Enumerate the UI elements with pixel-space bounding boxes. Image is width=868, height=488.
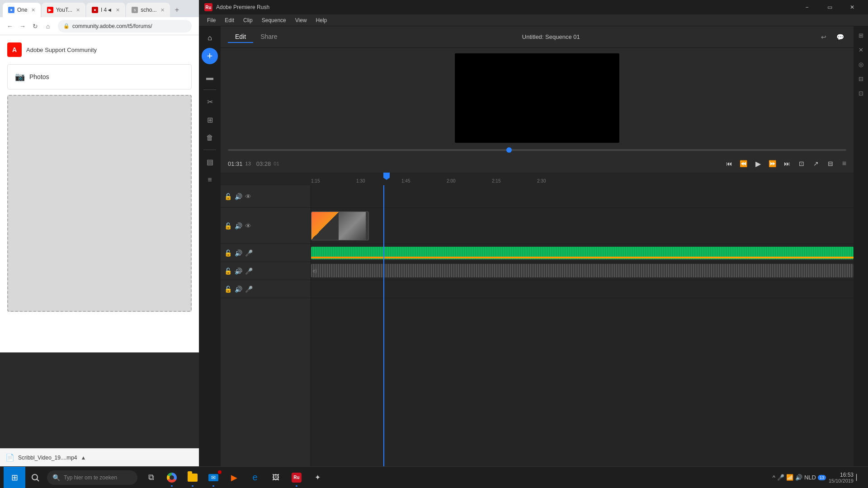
transport-menu-button[interactable]: ≡: [842, 160, 846, 168]
audio-icon-1[interactable]: 🔊: [235, 193, 242, 200]
tray-microphone[interactable]: 🎤: [777, 474, 784, 481]
address-bar[interactable]: 🔒 community.adobe.com/t5/forums/: [58, 20, 192, 33]
audio-icon-5[interactable]: 🔊: [235, 286, 242, 293]
eye-icon-1[interactable]: 👁: [245, 193, 251, 200]
browser-tab-4[interactable]: s scho... ✕: [126, 3, 170, 17]
video-preview: [455, 53, 619, 143]
browser-tab-3[interactable]: ● I 4◄ ✕: [86, 3, 125, 17]
taskbar-taskview[interactable]: ⧉: [141, 468, 161, 488]
right-icon-1[interactable]: ⊞: [855, 30, 866, 41]
mic-icon-2[interactable]: 🎤: [245, 267, 253, 275]
notification-badge[interactable]: 13: [818, 475, 826, 480]
lock-icon-2[interactable]: 🔓: [224, 222, 232, 230]
left-sidebar: ⌂ + ▬ ✂ ⊞ 🗑 ▤ ≡: [199, 26, 221, 488]
sidebar-cut-icon[interactable]: ✂: [202, 94, 218, 110]
export-button[interactable]: ↗: [810, 157, 822, 170]
sidebar-stack-icon[interactable]: ⊞: [202, 112, 218, 128]
ruler-mark-5: 2:30: [537, 178, 582, 185]
photos-icon: 📷: [15, 72, 25, 82]
browser-tab-2[interactable]: ▶ YouT... ✕: [42, 3, 85, 17]
lock-icon-3[interactable]: 🔓: [224, 249, 232, 257]
scrubber-bar[interactable]: [228, 145, 846, 155]
mic-icon-1[interactable]: 🎤: [245, 249, 253, 257]
mic-icon-3[interactable]: 🎤: [245, 286, 253, 293]
scrubber-track[interactable]: [228, 149, 846, 151]
app-window: Ru Adobe Premiere Rush − ▭ ✕ File Edit C…: [199, 0, 868, 488]
taskbar-chrome[interactable]: [162, 468, 182, 488]
video-clip[interactable]: [311, 211, 369, 240]
taskbar-file-explorer[interactable]: [183, 468, 203, 488]
audio-icon-2[interactable]: 🔊: [235, 222, 242, 230]
tray-language[interactable]: NLD: [804, 474, 816, 481]
new-tab-button[interactable]: +: [171, 4, 184, 16]
tab-edit[interactable]: Edit: [228, 31, 253, 43]
download-arrow-icon[interactable]: ▲: [81, 455, 86, 461]
back-button[interactable]: ←: [4, 20, 16, 33]
taskbar-photos[interactable]: 🖼: [266, 468, 286, 488]
go-to-end-button[interactable]: ⏭: [781, 157, 793, 170]
taskbar-email[interactable]: ✉: [203, 468, 223, 488]
sidebar-divider-1: [203, 89, 216, 90]
audio-waveform-gray[interactable]: e): [311, 264, 854, 277]
go-to-start-button[interactable]: ⏮: [723, 157, 736, 170]
taskbar-premiere-rush[interactable]: Ru: [287, 468, 307, 488]
taskbar-search-bar[interactable]: 🔍 Typ hier om te zoeken: [47, 470, 137, 485]
mute-icon-1[interactable]: 🔊: [235, 267, 242, 275]
upload-area[interactable]: [7, 95, 192, 312]
right-icon-5[interactable]: ⊡: [855, 88, 866, 99]
add-media-button[interactable]: +: [202, 48, 218, 64]
lock-icon-1[interactable]: 🔓: [224, 193, 232, 200]
right-icon-2[interactable]: ✕: [855, 44, 866, 55]
tab-share[interactable]: Share: [253, 31, 284, 43]
tray-chevron[interactable]: ^: [773, 474, 775, 481]
maximize-button[interactable]: ▭: [819, 0, 840, 14]
menu-help[interactable]: Help: [311, 16, 332, 24]
tray-network[interactable]: 📶: [786, 474, 793, 481]
right-icon-3[interactable]: ◎: [855, 59, 866, 70]
taskbar-edge[interactable]: e: [245, 468, 265, 488]
system-clock[interactable]: 16:53 15/10/2019: [829, 472, 854, 483]
eye-icon-2[interactable]: 👁: [245, 222, 251, 230]
tab-close-1[interactable]: ✕: [31, 7, 35, 13]
tab-close-3[interactable]: ✕: [116, 7, 120, 13]
split-button[interactable]: ⊟: [824, 157, 837, 170]
taskbar-extra[interactable]: ✦: [307, 468, 327, 488]
header-actions: ↩ 💬: [817, 31, 846, 43]
taskbar-media-player[interactable]: ▶: [224, 468, 244, 488]
audio-icon-3[interactable]: 🔊: [235, 249, 242, 257]
browser-tab-1[interactable]: ● One ✕: [3, 3, 41, 17]
sidebar-media-icon[interactable]: ▬: [202, 70, 218, 86]
undo-button[interactable]: ↩: [817, 31, 830, 43]
menu-clip[interactable]: Clip: [239, 16, 257, 24]
sidebar-delete-icon[interactable]: 🗑: [202, 130, 218, 146]
menu-view[interactable]: View: [291, 16, 311, 24]
taskbar-search-button[interactable]: [25, 468, 45, 488]
sidebar-caption-icon[interactable]: ▤: [202, 154, 218, 170]
menu-sequence[interactable]: Sequence: [257, 16, 291, 24]
chat-button[interactable]: 💬: [834, 31, 846, 43]
sidebar-list-icon[interactable]: ≡: [202, 172, 218, 188]
reload-button[interactable]: ↻: [29, 20, 42, 33]
play-button[interactable]: ▶: [752, 157, 764, 170]
audio-waveform-green[interactable]: [311, 247, 854, 259]
tab-close-4[interactable]: ✕: [160, 7, 165, 13]
minimize-button[interactable]: −: [797, 0, 817, 14]
menu-file[interactable]: File: [203, 16, 220, 24]
scrubber-thumb[interactable]: [506, 147, 512, 153]
tray-volume[interactable]: 🔊: [795, 474, 802, 481]
right-icon-4[interactable]: ⊟: [855, 73, 866, 84]
start-button[interactable]: ⊞: [4, 467, 25, 488]
forward-button[interactable]: →: [16, 20, 29, 33]
lock-icon-4[interactable]: 🔓: [224, 267, 232, 275]
lock-icon-5[interactable]: 🔓: [224, 286, 232, 293]
video-thumb-1: [311, 212, 339, 240]
sidebar-home-icon[interactable]: ⌂: [202, 30, 218, 46]
step-forward-button[interactable]: ⏩: [766, 157, 779, 170]
show-desktop-button[interactable]: ▏: [856, 474, 861, 481]
step-back-button[interactable]: ⏪: [737, 157, 750, 170]
tab-close-2[interactable]: ✕: [76, 7, 80, 13]
fit-button[interactable]: ⊡: [795, 157, 808, 170]
home-button[interactable]: ⌂: [42, 20, 54, 33]
menu-edit[interactable]: Edit: [220, 16, 239, 24]
close-button[interactable]: ✕: [842, 0, 863, 14]
